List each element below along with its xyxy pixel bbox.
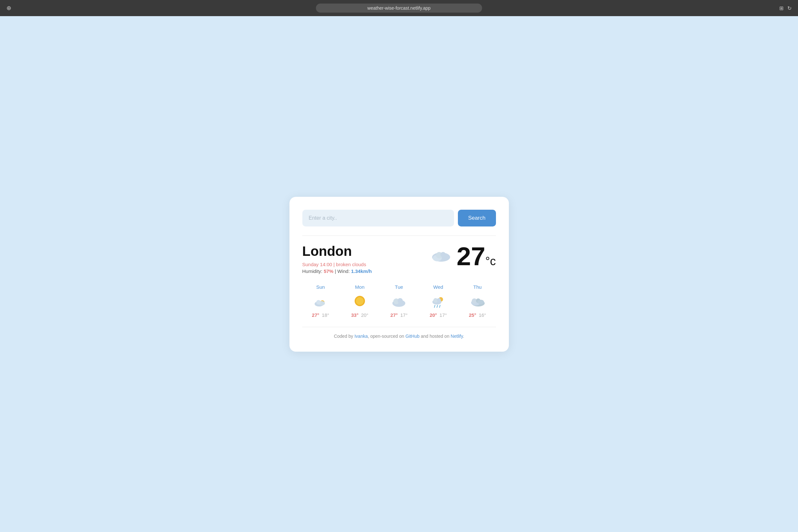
forecast-day-wed: Wed 20° 17° [420, 284, 457, 318]
svg-line-18 [437, 305, 438, 307]
temp-low-tue: 17° [400, 312, 407, 318]
icon-sun [312, 293, 329, 308]
temp-high-tue: 27° [391, 312, 398, 318]
svg-line-19 [439, 305, 440, 307]
temperature-display: 27°c [457, 244, 496, 269]
divider-bottom [302, 327, 496, 327]
search-button[interactable]: Search [458, 210, 496, 227]
browser-controls: ⊞ ↻ [779, 5, 792, 11]
footer-hosted-text: and hosted on [419, 334, 451, 339]
url-bar[interactable]: weather-wise-forcast.netlify.app [316, 3, 482, 13]
forecast-day-tue: Tue 27° 17° [381, 284, 418, 318]
footer-netlify-link[interactable]: Netlify [451, 334, 463, 339]
temp-row-mon: 33° 20° [351, 312, 368, 318]
wind-value: 1.34km/h [351, 268, 372, 274]
svg-point-12 [398, 298, 403, 303]
weather-card: Search London Sunday 14:00 | broken clou… [289, 197, 509, 352]
svg-point-24 [478, 300, 484, 304]
current-weather: London Sunday 14:00 | broken clouds Humi… [302, 244, 496, 274]
footer-github-link[interactable]: GitHub [405, 334, 419, 339]
svg-point-9 [356, 297, 364, 305]
icon-wed [430, 293, 446, 308]
temp-high-mon: 33° [351, 312, 359, 318]
temperature-value: 27 [457, 242, 485, 271]
temp-low-sun: 18° [322, 312, 329, 318]
icon-mon [352, 293, 368, 308]
page-content: Search London Sunday 14:00 | broken clou… [0, 16, 798, 532]
footer-ivanka-link[interactable]: Ivanka [354, 334, 367, 339]
temp-section: 27°c [429, 244, 496, 269]
humidity-value: 57% [324, 268, 333, 274]
temp-row-thu: 25° 16° [469, 312, 486, 318]
temp-low-mon: 20° [361, 312, 368, 318]
svg-point-3 [440, 252, 445, 257]
temp-high-thu: 25° [469, 312, 476, 318]
svg-point-16 [437, 298, 441, 302]
icon-tue [391, 293, 407, 308]
new-tab-icon[interactable]: ⊕ [6, 4, 11, 12]
forecast-day-mon: Mon 33° 20° [341, 284, 378, 318]
wind-separator: | Wind: [335, 268, 351, 274]
day-label-thu: Thu [473, 284, 482, 290]
temp-low-thu: 16° [479, 312, 486, 318]
temp-high-sun: 27° [312, 312, 320, 318]
divider-top [302, 235, 496, 236]
weather-details: Humidity: 57% | Wind: 1.34km/h [302, 268, 372, 274]
city-name: London [302, 244, 372, 259]
forecast-day-thu: Thu 25° 16° [459, 284, 496, 318]
temp-row-wed: 20° 17° [430, 312, 446, 318]
svg-line-17 [434, 305, 435, 307]
city-info: London Sunday 14:00 | broken clouds Humi… [302, 244, 372, 274]
svg-point-7 [316, 300, 321, 305]
city-input[interactable] [302, 210, 454, 227]
footer-opensource-text: , open-sourced on [368, 334, 405, 339]
footer: Coded by Ivanka, open-sourced on GitHub … [302, 334, 496, 339]
temp-high-wed: 20° [430, 312, 437, 318]
temp-row-tue: 27° 17° [391, 312, 407, 318]
icon-thu [469, 293, 486, 308]
browser-chrome: ⊕ weather-wise-forcast.netlify.app ⊞ ↻ [0, 0, 798, 16]
current-weather-icon [429, 247, 452, 265]
day-label-sun: Sun [316, 284, 325, 290]
humidity-label: Humidity: [302, 268, 323, 274]
day-label-mon: Mon [355, 284, 364, 290]
footer-coded-prefix: Coded by [334, 334, 355, 339]
weather-description: Sunday 14:00 | broken clouds [302, 262, 372, 267]
day-label-wed: Wed [433, 284, 443, 290]
temperature-unit: °c [485, 254, 496, 268]
search-section: Search [302, 210, 496, 227]
footer-period: . [463, 334, 464, 339]
forecast-day-sun: Sun 27° 18° [302, 284, 339, 318]
refresh-icon[interactable]: ↻ [787, 5, 792, 11]
translate-icon[interactable]: ⊞ [779, 5, 783, 11]
day-label-tue: Tue [395, 284, 403, 290]
temp-low-wed: 17° [439, 312, 447, 318]
forecast-grid: Sun 27° 18° Mon [302, 284, 496, 318]
temp-row-sun: 27° 18° [312, 312, 329, 318]
